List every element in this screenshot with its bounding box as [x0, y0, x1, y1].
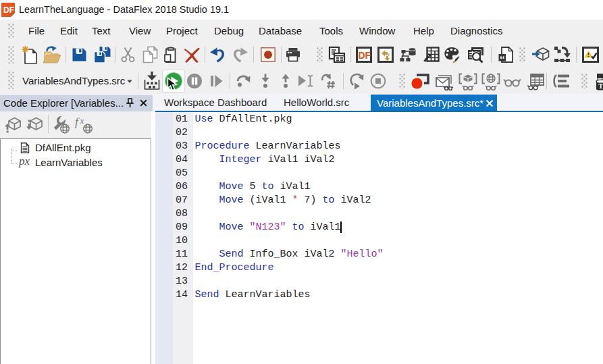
svg-text:T: T [598, 82, 603, 90]
svg-text:x: x [80, 115, 84, 126]
svg-text:f: f [75, 115, 80, 128]
svg-text:DF: DF [358, 50, 371, 61]
svg-text:DF: DF [3, 5, 14, 15]
